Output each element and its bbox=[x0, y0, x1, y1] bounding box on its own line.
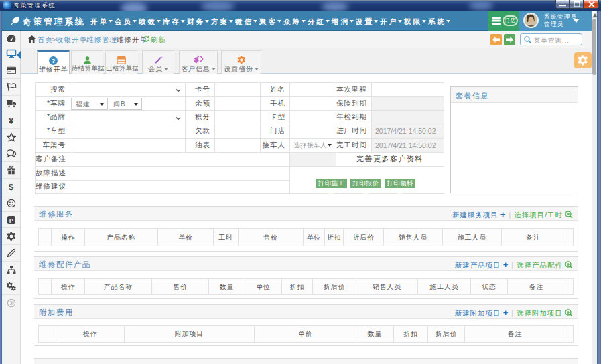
svg-text:?: ? bbox=[52, 58, 56, 64]
svg-text:P: P bbox=[9, 216, 13, 223]
